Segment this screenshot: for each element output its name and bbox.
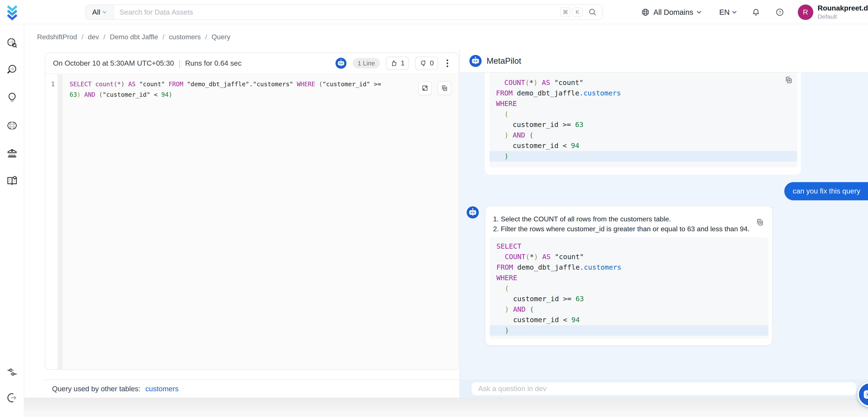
downvote-count: 0 <box>430 59 434 67</box>
domains-label: All Domains <box>653 8 693 17</box>
search-scope-label: All <box>92 8 100 16</box>
query-runtime: Runs for 0.64 sec <box>185 59 242 67</box>
lightbulb-bolt-icon[interactable] <box>6 91 18 104</box>
logout-icon[interactable] <box>6 392 18 404</box>
top-bar: All ⌘ K All Domains EN <box>0 0 868 24</box>
app-window: All ⌘ K All Domains EN <box>0 0 868 417</box>
k-keycap: K <box>572 7 582 17</box>
preferences-sliders-icon[interactable] <box>6 366 18 378</box>
assistant-message-1: COUNT(*) AS "count"FROM demo_dbt_jaffle.… <box>485 72 801 175</box>
copy-query-button[interactable] <box>437 81 451 95</box>
breadcrumb-table[interactable]: customers <box>169 33 201 41</box>
editor-gutter-strip <box>58 75 62 369</box>
downvote-button[interactable]: 0 <box>415 57 438 70</box>
expand-icon <box>421 85 429 92</box>
svg-text:?: ? <box>778 10 781 14</box>
breadcrumb-database[interactable]: dev <box>88 33 99 41</box>
query-panel: On October 10 at 5:30AM UTC+05:30 | Runs… <box>24 50 459 398</box>
search-scope-dropdown[interactable]: All <box>86 5 114 20</box>
assistant-steps: 1. Select the COUNT of all rows from the… <box>485 206 772 234</box>
assistant-step-2: 2. Filter the rows where customer_id is … <box>493 224 765 234</box>
query-card: On October 10 at 5:30AM UTC+05:30 | Runs… <box>45 53 459 370</box>
chevron-down-icon <box>102 11 107 13</box>
metapilot-panel: MetaPilot COUNT(*) AS "count"FROM demo_d… <box>460 50 868 398</box>
search-input[interactable] <box>114 8 560 16</box>
query-usage-footer: Query used by other tables: customers <box>45 380 459 398</box>
user-avatar[interactable]: R <box>798 4 813 20</box>
discover-assets-icon[interactable] <box>6 37 18 49</box>
user-workspace: Default <box>817 13 868 20</box>
query-card-header: On October 10 at 5:30AM UTC+05:30 | Runs… <box>45 53 459 74</box>
usage-label: Query used by other tables: <box>52 385 141 393</box>
chat-question-input[interactable] <box>471 382 857 395</box>
insights-search-icon[interactable] <box>6 64 18 76</box>
global-search-bar[interactable]: All ⌘ K <box>85 4 603 20</box>
governance-bank-icon[interactable] <box>6 147 18 159</box>
line-count-badge: 1 Line <box>353 58 380 68</box>
user-menu[interactable]: R Rounakpreet.d Default <box>798 4 868 20</box>
metapilot-bot-icon[interactable] <box>336 58 347 69</box>
assistant-message-2: 1. Select the COUNT of all rows from the… <box>485 206 773 346</box>
notifications-bell-icon[interactable] <box>751 7 761 17</box>
customers-table-link[interactable]: customers <box>145 385 179 393</box>
search-icon[interactable] <box>588 8 597 17</box>
metapilot-avatar-icon <box>469 55 482 67</box>
query-timestamp: On October 10 at 5:30AM UTC+05:30 <box>53 59 174 67</box>
assistant-code-block-1: COUNT(*) AS "count"FROM demo_dbt_jaffle.… <box>489 72 797 168</box>
metapilot-header: MetaPilot <box>460 50 868 72</box>
help-icon[interactable]: ? <box>775 7 784 17</box>
assistant-code-block-2: SELECT COUNT(*) AS "count"FROM demo_dbt_… <box>490 237 768 339</box>
user-message-bubble: can you fix this query <box>784 182 868 200</box>
sql-editor[interactable]: 1 SELECT count(*) AS "count" FROM "demo_… <box>45 75 459 369</box>
breadcrumb: RedshiftProd / dev / Demo dbt Jaffle / c… <box>24 24 459 50</box>
thumbs-down-icon <box>420 59 427 67</box>
user-name: Rounakpreet.d <box>817 4 868 12</box>
atlan-logo-icon[interactable] <box>7 4 18 21</box>
main-content: On October 10 at 5:30AM UTC+05:30 | Runs… <box>24 50 868 398</box>
page-bottom-band <box>24 398 868 417</box>
editor-line-number: 1 <box>45 75 58 369</box>
expand-query-button[interactable] <box>418 81 432 95</box>
chat-input-bar <box>460 380 868 398</box>
language-dropdown[interactable]: EN <box>719 8 737 17</box>
chevron-down-icon <box>732 10 737 14</box>
assistant-step-1: 1. Select the COUNT of all rows from the… <box>493 214 765 224</box>
glossary-book-icon[interactable] <box>6 175 18 187</box>
breadcrumb-connection[interactable]: RedshiftProd <box>37 33 77 41</box>
globe-icon <box>641 7 650 17</box>
editor-sql-code: SELECT count(*) AS "count" FROM "demo_db… <box>63 79 415 100</box>
metapilot-title: MetaPilot <box>487 56 521 66</box>
chat-message-list[interactable]: COUNT(*) AS "count"FROM demo_dbt_jaffle.… <box>460 72 868 380</box>
breadcrumb-current: Query <box>211 33 230 41</box>
cmd-keycap: ⌘ <box>560 7 570 17</box>
thumbs-up-icon <box>390 59 398 67</box>
breadcrumb-schema[interactable]: Demo dbt Jaffle <box>110 33 158 41</box>
left-nav-sidebar <box>0 24 24 417</box>
top-bar-right: All Domains EN ? R Rounakpreet.d Default <box>641 0 868 24</box>
upvote-button[interactable]: 1 <box>386 57 409 70</box>
globe-grid-icon[interactable] <box>6 120 18 132</box>
language-label: EN <box>719 8 730 17</box>
copy-icon <box>441 85 448 92</box>
copy-code-icon[interactable] <box>756 218 764 226</box>
copy-code-icon[interactable] <box>784 76 793 84</box>
upvote-count: 1 <box>401 59 405 67</box>
metapilot-message-avatar-icon <box>467 206 479 219</box>
domains-dropdown[interactable]: All Domains <box>641 7 702 17</box>
more-options-kebab-icon[interactable] <box>444 58 451 69</box>
chevron-down-icon <box>696 10 702 14</box>
